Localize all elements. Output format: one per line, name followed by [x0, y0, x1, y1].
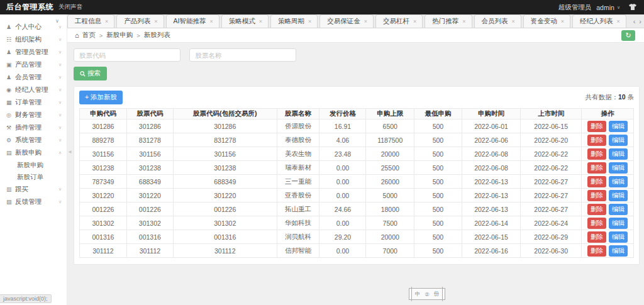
tab-close-icon[interactable]: × — [209, 18, 213, 25]
breadcrumb-home[interactable]: 首页 — [82, 31, 96, 40]
tab-AI智能推荐[interactable]: AI智能推荐× — [166, 14, 219, 28]
theme-skin-icon[interactable] — [629, 4, 636, 11]
tab-经纪人列表[interactable]: 经纪人列表× — [572, 14, 626, 28]
edit-button[interactable]: 编辑 — [609, 148, 628, 160]
sidebar-item-label: 跟买 — [15, 185, 58, 194]
sidebar-item-订单管理[interactable]: ▦订单管理∨ — [0, 96, 67, 109]
edit-button[interactable]: 编辑 — [609, 190, 628, 201]
delete-button[interactable]: 删除 — [587, 162, 606, 174]
column-header: 申购时间 — [462, 109, 520, 119]
tab-label: 热门推荐 — [432, 17, 458, 26]
sidebar-item-产品管理[interactable]: ▣产品管理∨ — [0, 58, 67, 71]
tab-label: AI智能推荐 — [174, 17, 206, 26]
column-header: 上市时间 — [521, 109, 582, 119]
sidebar-item-反馈管理[interactable]: ▧反馈管理∨ — [0, 196, 67, 208]
table-cell: 泰德股份 — [277, 133, 319, 147]
table-cell: 301302 — [126, 216, 173, 230]
edit-button[interactable]: 编辑 — [609, 245, 628, 257]
delete-button[interactable]: 删除 — [587, 176, 606, 187]
tab-close-icon[interactable]: × — [462, 18, 465, 25]
sidebar-item-label: 插件管理 — [15, 123, 58, 132]
tab-close-icon[interactable]: × — [512, 18, 515, 25]
sidebar-item-label: 反馈管理 — [15, 197, 58, 206]
tab-close-icon[interactable]: × — [105, 18, 108, 25]
tab-close-icon[interactable]: × — [308, 18, 311, 25]
tab-策略周期[interactable]: 策略周期× — [270, 14, 318, 28]
sidebar-item-经纪人管理[interactable]: ◉经纪人管理∨ — [0, 84, 67, 96]
table-cell: 2022-06-01 — [462, 119, 520, 133]
delete-button[interactable]: 删除 — [587, 190, 606, 201]
tab-交易保证金[interactable]: 交易保证金× — [319, 14, 374, 28]
tab-产品列表[interactable]: 产品列表× — [116, 14, 164, 28]
table-cell: 500 — [414, 216, 462, 230]
chevron-down-icon: ∨ — [58, 37, 62, 42]
sidebar-subitem-新股订单[interactable]: 新股订单 — [0, 171, 67, 183]
delete-button[interactable]: 删除 — [587, 121, 606, 132]
table-cell: 301286 — [126, 119, 173, 133]
user-menu[interactable]: admin ∨ — [596, 4, 620, 11]
table-row: 301156301156301156美农生物23.48200005002022-… — [80, 147, 634, 161]
tab-close-icon[interactable]: × — [561, 18, 564, 25]
sidebar-subitem-新股申购[interactable]: 新股申购 — [0, 159, 67, 171]
tab-close-icon[interactable]: × — [413, 18, 416, 25]
edit-button[interactable]: 编辑 — [609, 204, 628, 215]
sidebar-item-会员管理[interactable]: ♟会员管理∨ — [0, 71, 67, 84]
tab-scroll-right-icon[interactable]: › — [639, 18, 641, 25]
sidebar-item-管理员管理[interactable]: ♟管理员管理∨ — [0, 46, 67, 58]
tab-热门推荐[interactable]: 热门推荐× — [425, 14, 472, 28]
delete-button[interactable]: 删除 — [587, 218, 606, 229]
delete-button[interactable]: 删除 — [587, 148, 606, 160]
tab-会员列表[interactable]: 会员列表× — [474, 14, 521, 28]
stock-name-input[interactable] — [189, 48, 296, 62]
table-cell: 23.48 — [319, 147, 366, 161]
sidebar-item-跟买[interactable]: ▥跟买∨ — [0, 183, 67, 196]
edit-button[interactable]: 编辑 — [609, 135, 628, 146]
tab-工程信息[interactable]: 工程信息× — [67, 14, 114, 28]
table-cell: 001316 — [173, 230, 277, 244]
breadcrumb-section[interactable]: 新股申购 — [106, 31, 133, 40]
table-row: 001316001316001316润贝航科29.20200005002022-… — [80, 230, 634, 244]
panel-collapse-arrow-icon[interactable]: ◄ — [67, 149, 72, 155]
sidebar-collapse-chevron-icon[interactable]: ∨ — [55, 18, 59, 24]
sound-toggle-link[interactable]: 关闭声音 — [58, 3, 82, 11]
table-cell: 301156 — [173, 147, 277, 161]
sidebar-item-财务管理[interactable]: ◎财务管理∨ — [0, 109, 67, 121]
sidebar-item-组织架构[interactable]: ☷组织架构∨ — [0, 33, 67, 46]
search-button[interactable]: 搜索 — [74, 67, 107, 80]
tab-label: 策略模式 — [229, 17, 255, 26]
stock-code-input[interactable] — [74, 48, 180, 62]
tab-close-icon[interactable]: × — [154, 18, 157, 25]
delete-button[interactable]: 删除 — [587, 204, 606, 215]
table-cell: 301238 — [80, 161, 127, 175]
tab-scroll-left-icon[interactable]: ‹ — [633, 18, 636, 25]
edit-button[interactable]: 编辑 — [609, 231, 628, 243]
refresh-button[interactable]: ↻ — [621, 30, 635, 41]
sidebar-item-新股申购[interactable]: ▤新股申购∧ — [0, 147, 67, 159]
breadcrumb-separator: > — [99, 32, 103, 39]
add-stock-button[interactable]: + 添加新股 — [79, 91, 123, 104]
table-cell: 华如科技 — [277, 216, 319, 230]
sidebar-item-系统管理[interactable]: ⚙系统管理∨ — [0, 134, 67, 147]
edit-button[interactable]: 编辑 — [609, 218, 628, 229]
tab-交易杠杆[interactable]: 交易杠杆× — [375, 14, 423, 28]
admin-icon: ♟ — [6, 49, 15, 55]
sidebar-item-插件管理[interactable]: ⚒插件管理∨ — [0, 121, 67, 134]
table-cell: 301112 — [80, 244, 127, 258]
stock-table: 申购代码股票代码股票代码(包括交易所)股票名称发行价格申购上限最低申购申购时间上… — [79, 108, 634, 258]
table-cell: 29.20 — [319, 230, 366, 244]
tab-资金变动[interactable]: 资金变动× — [523, 14, 570, 28]
delete-button[interactable]: 删除 — [587, 245, 606, 257]
search-icon — [80, 71, 86, 77]
edit-button[interactable]: 编辑 — [609, 162, 628, 174]
edit-button[interactable]: 编辑 — [609, 176, 628, 187]
tab-策略模式[interactable]: 策略模式× — [221, 14, 269, 28]
delete-button[interactable]: 删除 — [587, 135, 606, 146]
tab-close-icon[interactable]: × — [617, 18, 620, 25]
edit-button[interactable]: 编辑 — [609, 121, 628, 132]
tab-label: 策略周期 — [278, 17, 304, 26]
delete-button[interactable]: 删除 — [587, 231, 606, 243]
actions-cell: 删除编辑 — [582, 202, 634, 216]
tab-close-icon[interactable]: × — [259, 18, 262, 25]
chevron-down-icon: ∨ — [58, 199, 62, 204]
tab-close-icon[interactable]: × — [364, 18, 367, 25]
